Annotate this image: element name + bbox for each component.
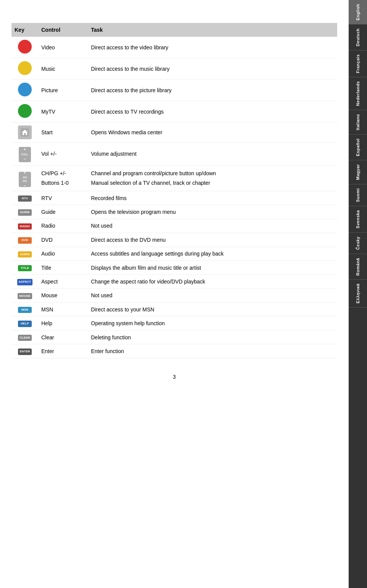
table-row: DVD DVD Direct access to the DVD menu: [11, 233, 337, 247]
lang-label-svenska: Svenska: [356, 210, 360, 228]
guide-key-icon: GUIDE: [18, 209, 32, 215]
task-chpg-line2: Manual selection of a TV channel, track …: [91, 178, 334, 188]
msn-key-icon: MSN: [18, 307, 32, 313]
task-cell-msn: Direct access to your MSN: [88, 303, 337, 316]
task-cell-clear: Deleting function: [88, 330, 337, 344]
control-cell-rtv: RTV: [38, 191, 88, 205]
start-key-icon: [18, 125, 32, 139]
lang-tab-italiano[interactable]: Italiano: [349, 110, 367, 135]
key-cell-guide: GUIDE: [11, 205, 38, 219]
task-cell-start: Opens Windows media center: [88, 122, 337, 143]
table-row: Start Opens Windows media center: [11, 122, 337, 143]
control-cell-picture: Picture: [38, 80, 88, 101]
control-cell-enter: Enter: [38, 344, 88, 358]
control-chpg-line2: Buttons 1-0: [41, 178, 85, 188]
control-cell-aspect: Aspect: [38, 275, 88, 288]
task-cell-mouse: Not used: [88, 288, 337, 302]
lang-tab-svenska[interactable]: Svenska: [349, 206, 367, 233]
lang-label-espanol: Español: [356, 138, 360, 156]
table-row: TITLE Title Displays the album film and …: [11, 261, 337, 274]
control-cell-start: Start: [38, 122, 88, 143]
task-cell-audio: Access subtitles and language settings d…: [88, 247, 337, 261]
key-cell-audio: AUDIO: [11, 247, 38, 261]
music-key-icon: [18, 61, 32, 75]
task-cell-vol: Volume adjustment: [88, 143, 337, 166]
clear-key-icon: CLEAR: [18, 335, 32, 341]
lang-tab-francais[interactable]: Français: [349, 50, 367, 77]
lang-tab-suomi[interactable]: Suomi: [349, 184, 367, 206]
control-cell-help: Help: [38, 316, 88, 330]
lang-label-romana: Română: [356, 258, 360, 275]
key-cell-vol: + VOL −: [11, 143, 38, 166]
lang-tab-greek[interactable]: Ελληνικά: [349, 280, 367, 308]
task-cell-help: Operating system help function: [88, 316, 337, 330]
control-cell-title: Title: [38, 261, 88, 274]
task-cell-music: Direct access to the music library: [88, 58, 337, 80]
key-cell-rtv: RTV: [11, 191, 38, 205]
rtv-key-icon: RTV: [18, 195, 32, 202]
lang-label-nederlands: Nederlands: [356, 81, 360, 106]
title-key-icon: TITLE: [18, 265, 32, 271]
vol-key-icon: + VOL −: [19, 147, 31, 162]
control-cell-mouse: Mouse: [38, 288, 88, 302]
table-row: MOUSE Mouse Not used: [11, 288, 337, 302]
key-cell-music: [11, 58, 38, 80]
lang-label-greek: Ελληνικά: [356, 283, 360, 303]
control-cell-mytv: MyTV: [38, 101, 88, 122]
table-row: + CHPG − CH/PG +/- Buttons 1-0 Channel a…: [11, 165, 337, 191]
lang-tab-cesky[interactable]: Česky: [349, 233, 367, 254]
key-cell-chpg: + CHPG −: [11, 165, 38, 191]
key-cell-mytv: [11, 101, 38, 122]
key-cell-enter: ENTER: [11, 344, 38, 358]
table-row: MSN MSN Direct access to your MSN: [11, 303, 337, 316]
key-cell-video: [11, 37, 38, 58]
control-cell-audio: Audio: [38, 247, 88, 261]
lang-label-cesky: Česky: [356, 236, 360, 250]
control-cell-dvd: DVD: [38, 233, 88, 247]
radio-key-icon: RADIO: [18, 223, 32, 230]
control-cell-guide: Guide: [38, 205, 88, 219]
lang-tab-espanol[interactable]: Español: [349, 135, 367, 160]
lang-label-english: English: [356, 4, 360, 20]
key-cell-mouse: MOUSE: [11, 288, 38, 302]
mouse-key-icon: MOUSE: [18, 293, 32, 299]
picture-key-icon: [18, 83, 32, 96]
chpg-key-icon: + CHPG −: [19, 172, 31, 187]
task-cell-video: Direct access to the video library: [88, 37, 337, 58]
key-cell-aspect: ASPECT: [11, 275, 38, 288]
table-row: AUDIO Audio Access subtitles and languag…: [11, 247, 337, 261]
lang-tab-magyar[interactable]: Magyar: [349, 160, 367, 184]
key-cell-msn: MSN: [11, 303, 38, 316]
enter-key-icon: ENTER: [18, 349, 32, 355]
lang-tab-deutsch[interactable]: Deutsch: [349, 24, 367, 50]
lang-tab-english[interactable]: English: [349, 0, 367, 24]
task-cell-picture: Direct access to the picture library: [88, 80, 337, 101]
control-cell-vol: Vol +/-: [38, 143, 88, 166]
task-chpg-line1: Channel and program control/picture butt…: [91, 169, 334, 178]
control-chpg-line1: CH/PG +/-: [41, 169, 85, 178]
key-cell-dvd: DVD: [11, 233, 38, 247]
audio-key-icon: AUDIO: [18, 251, 32, 257]
task-cell-radio: Not used: [88, 219, 337, 233]
table-row: HELP Help Operating system help function: [11, 316, 337, 330]
lang-label-francais: Français: [356, 54, 360, 73]
video-key-icon: [18, 40, 32, 54]
key-cell-radio: RADIO: [11, 219, 38, 233]
task-cell-chpg: Channel and program control/picture butt…: [88, 165, 337, 191]
table-row: Music Direct access to the music library: [11, 58, 337, 80]
lang-tab-nederlands[interactable]: Nederlands: [349, 77, 367, 110]
task-cell-title: Displays the album film and music title …: [88, 261, 337, 274]
key-cell-picture: [11, 80, 38, 101]
key-table: Key Control Task Video Direct access to …: [11, 23, 337, 358]
lang-label-italiano: Italiano: [356, 114, 360, 130]
table-row: RADIO Radio Not used: [11, 219, 337, 233]
page-number: 3: [11, 374, 337, 380]
key-cell-title: TITLE: [11, 261, 38, 274]
lang-tab-romana[interactable]: Română: [349, 254, 367, 280]
lang-label-deutsch: Deutsch: [356, 28, 360, 46]
dvd-key-icon: DVD: [18, 237, 32, 243]
task-cell-guide: Opens the television program menu: [88, 205, 337, 219]
aspect-key-icon: ASPECT: [17, 279, 32, 285]
table-row: + VOL − Vol +/- Volume adjustment: [11, 143, 337, 166]
mytv-key-icon: [18, 104, 32, 118]
